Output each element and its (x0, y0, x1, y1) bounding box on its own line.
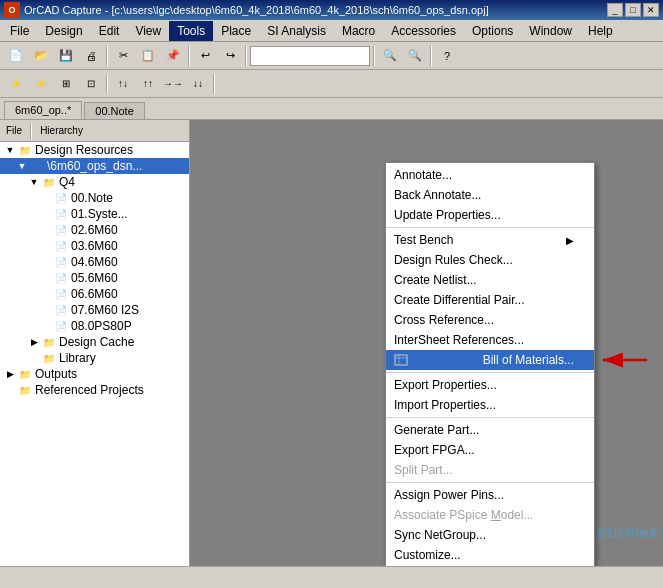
dd-design-rules-check[interactable]: Design Rules Check... (386, 250, 594, 270)
dd-test-bench[interactable]: Test Bench ▶ (386, 230, 594, 250)
expander-design-resources: ▼ (4, 144, 16, 156)
dd-create-differential[interactable]: Create Differential Pair... (386, 290, 594, 310)
sidebar-toolbar: File Hierarchy (0, 120, 189, 142)
dd-create-differential-label: Create Differential Pair... (394, 293, 525, 307)
undo-btn[interactable]: ↩ (193, 45, 217, 67)
tb2-btn6[interactable]: ↑↑ (136, 73, 160, 95)
dd-sep1 (386, 227, 594, 228)
expander-00note (40, 192, 52, 204)
tools-dropdown-menu: Annotate... Back Annotate... Update Prop… (385, 162, 595, 566)
toolbar-1: 📄 📂 💾 🖨 ✂ 📋 📌 ↩ ↪ 🔍 🔍 ? (0, 42, 663, 70)
search-field[interactable] (250, 46, 370, 66)
copy-btn[interactable]: 📋 (136, 45, 160, 67)
tb2-btn1[interactable]: ⚡ (4, 73, 28, 95)
menu-view[interactable]: View (127, 21, 169, 41)
menu-window[interactable]: Window (521, 21, 580, 41)
tab-main[interactable]: 6m60_op..* (4, 101, 82, 119)
tree-03-6m60[interactable]: 📄 03.6M60 (0, 238, 189, 254)
tree-04-6m60[interactable]: 📄 04.6M60 (0, 254, 189, 270)
menu-accessories[interactable]: Accessories (383, 21, 464, 41)
tree-outputs[interactable]: ▶ 📁 Outputs (0, 366, 189, 382)
minimize-button[interactable]: _ (607, 3, 623, 17)
dd-sep3 (386, 417, 594, 418)
open-btn[interactable]: 📂 (29, 45, 53, 67)
menu-options[interactable]: Options (464, 21, 521, 41)
tree-label-06-6m60: 06.6M60 (71, 287, 118, 301)
expander-design-cache: ▶ (28, 336, 40, 348)
tb2-btn4[interactable]: ⊡ (79, 73, 103, 95)
tree-02-6m60[interactable]: 📄 02.6M60 (0, 222, 189, 238)
tb2-btn7[interactable]: →→ (161, 73, 185, 95)
dd-sync-netgroup-label: Sync NetGroup... (394, 528, 486, 542)
tb2-btn8[interactable]: ↓↓ (186, 73, 210, 95)
menu-edit[interactable]: Edit (91, 21, 128, 41)
dd-import-properties[interactable]: Import Properties... (386, 395, 594, 415)
tree-01system[interactable]: 📄 01.Syste... (0, 206, 189, 222)
dd-create-netlist[interactable]: Create Netlist... (386, 270, 594, 290)
maximize-button[interactable]: □ (625, 3, 641, 17)
dd-associate-pspice: Associate PSpice Model... (386, 505, 594, 525)
tree-06-6m60[interactable]: 📄 06.6M60 (0, 286, 189, 302)
expander-08-0ps80p (40, 320, 52, 332)
menu-tools[interactable]: Tools (169, 21, 213, 41)
sidebar-file-btn[interactable]: File (2, 124, 26, 137)
print-btn[interactable]: 🖨 (79, 45, 103, 67)
doc-icon-02-6m60: 📄 (53, 223, 69, 237)
tree-05-6m60[interactable]: 📄 05.6M60 (0, 270, 189, 286)
dd-cross-reference[interactable]: Cross Reference... (386, 310, 594, 330)
dd-export-fpga[interactable]: Export FPGA... (386, 440, 594, 460)
tree-6m60-ops[interactable]: ▼ ⊞ \6m60_ops_dsn... (0, 158, 189, 174)
zoom-in-btn[interactable]: 🔍 (378, 45, 402, 67)
doc-icon-01system: 📄 (53, 207, 69, 221)
tree-design-resources[interactable]: ▼ 📁 Design Resources (0, 142, 189, 158)
sidebar-hierarchy-btn[interactable]: Hierarchy (36, 124, 87, 137)
doc-icon-08-0ps80p: 📄 (53, 319, 69, 333)
dd-test-bench-label: Test Bench (394, 233, 453, 247)
tab-note[interactable]: 00.Note (84, 102, 145, 119)
tree-design-cache[interactable]: ▶ 📁 Design Cache (0, 334, 189, 350)
dd-assign-power-pins[interactable]: Assign Power Pins... (386, 485, 594, 505)
redo-btn[interactable]: ↪ (218, 45, 242, 67)
red-arrow (599, 348, 649, 372)
close-button[interactable]: ✕ (643, 3, 659, 17)
expander-02-6m60 (40, 224, 52, 236)
tb2-btn5[interactable]: ↑↓ (111, 73, 135, 95)
tb2-btn2[interactable]: ⚡ (29, 73, 53, 95)
menu-macro[interactable]: Macro (334, 21, 383, 41)
dd-sync-netgroup[interactable]: Sync NetGroup... (386, 525, 594, 545)
zoom-out-btn[interactable]: 🔍 (403, 45, 427, 67)
dd-intersheet-references[interactable]: InterSheet References... (386, 330, 594, 350)
menu-help[interactable]: Help (580, 21, 621, 41)
dd-export-properties[interactable]: Export Properties... (386, 375, 594, 395)
dd-update-properties[interactable]: Update Properties... (386, 205, 594, 225)
menu-place[interactable]: Place (213, 21, 259, 41)
tree-07-6m60-i2s[interactable]: 📄 07.6M60 I2S (0, 302, 189, 318)
dd-split-part-label: Split Part... (394, 463, 453, 477)
doc-icon-04-6m60: 📄 (53, 255, 69, 269)
new-btn[interactable]: 📄 (4, 45, 28, 67)
menu-si-analysis[interactable]: SI Analysis (259, 21, 334, 41)
tree-library[interactable]: 📁 Library (0, 350, 189, 366)
expander-03-6m60 (40, 240, 52, 252)
menu-design[interactable]: Design (37, 21, 90, 41)
tree-00note[interactable]: 📄 00.Note (0, 190, 189, 206)
tree-referenced-projects[interactable]: 📁 Referenced Projects (0, 382, 189, 398)
save-btn[interactable]: 💾 (54, 45, 78, 67)
tree-label-q4: Q4 (59, 175, 75, 189)
expander-05-6m60 (40, 272, 52, 284)
dd-back-annotate[interactable]: Back Annotate... (386, 185, 594, 205)
tree-label-02-6m60: 02.6M60 (71, 223, 118, 237)
tree-q4[interactable]: ▼ 📁 Q4 (0, 174, 189, 190)
help-btn[interactable]: ? (435, 45, 459, 67)
dd-bill-of-materials[interactable]: Bill of Materials... (386, 350, 594, 370)
menu-file[interactable]: File (2, 21, 37, 41)
dd-board-simulation[interactable]: Board Simulation.. (386, 565, 594, 566)
dd-annotate[interactable]: Annotate... (386, 165, 594, 185)
dd-generate-part[interactable]: Generate Part... (386, 420, 594, 440)
paste-btn[interactable]: 📌 (161, 45, 185, 67)
dd-customize[interactable]: Customize... (386, 545, 594, 565)
tb2-btn3[interactable]: ⊞ (54, 73, 78, 95)
svg-rect-0 (395, 355, 407, 365)
cut-btn[interactable]: ✂ (111, 45, 135, 67)
tree-08-0ps80p[interactable]: 📄 08.0PS80P (0, 318, 189, 334)
